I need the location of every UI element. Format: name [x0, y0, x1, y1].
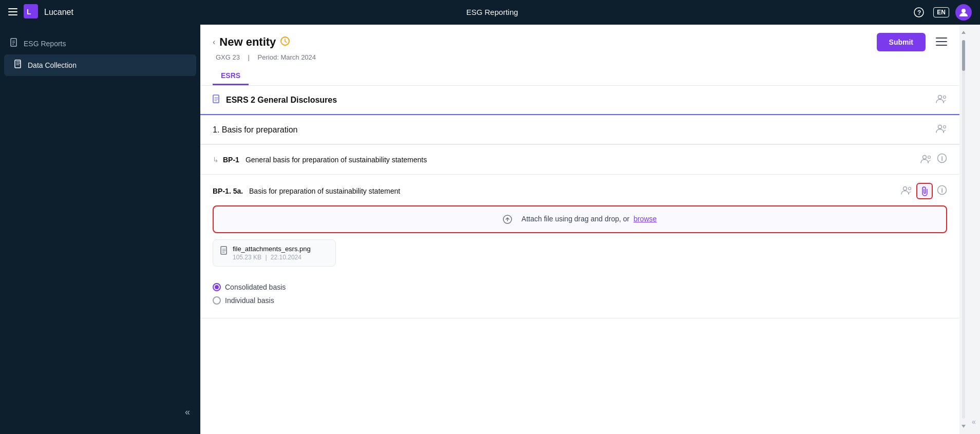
svg-rect-16 [936, 45, 947, 46]
tabs-container: ESRS [213, 67, 947, 85]
language-selector[interactable]: EN [933, 7, 949, 17]
back-button[interactable]: ‹ [213, 37, 215, 47]
basis-prep-label: 1. Basis for preparation [213, 125, 297, 135]
logo-text: Lucanet [44, 8, 73, 17]
bp1-5a-info-icon[interactable]: i [937, 185, 947, 198]
svg-point-21 [944, 126, 946, 128]
browse-link[interactable]: browse [633, 215, 656, 223]
logo-icon: L [24, 4, 38, 21]
bp1-label: General basis for preparation of sustain… [246, 156, 427, 164]
scrollbar-track[interactable] [962, 40, 965, 419]
radio-group: Consolidated basis Individual basis [200, 283, 959, 318]
svg-rect-15 [936, 41, 947, 42]
hamburger-menu-icon[interactable] [8, 7, 17, 18]
svg-text:L: L [27, 8, 31, 16]
bp1-info-icon[interactable]: i [937, 153, 947, 166]
basis-prep-person-icon[interactable] [936, 124, 947, 136]
main-layout: ESG Reports Data Collection « ‹ New [0, 25, 980, 434]
bp1-5a-id: BP-1. 5a. [213, 187, 243, 195]
sidebar: ESG Reports Data Collection « [0, 25, 200, 434]
scrollbar [959, 25, 968, 434]
svg-rect-0 [8, 8, 17, 9]
app-title: ESG Reporting [466, 8, 518, 16]
file-meta: 105.23 KB | 22.10.2024 [233, 254, 311, 261]
svg-text:?: ? [917, 9, 921, 16]
svg-text:i: i [941, 187, 943, 194]
svg-point-19 [944, 96, 946, 99]
help-button[interactable]: ? [911, 4, 927, 21]
section-title: ESRS 2 General Disclosures [226, 96, 337, 105]
entity-title: New entity [219, 35, 276, 49]
sidebar-item-esg-reports-label: ESG Reports [24, 40, 66, 48]
data-collection-icon [14, 60, 23, 71]
svg-rect-12 [15, 60, 21, 68]
radio-individual[interactable]: Individual basis [213, 296, 947, 305]
status-timer-icon [280, 36, 290, 49]
content-header: ‹ New entity Submit [200, 25, 959, 86]
entity-period: Period: March 2024 [258, 53, 316, 61]
content-scroll[interactable]: ESRS 2 General Disclosures [200, 86, 959, 434]
bp1-5a-section: BP-1. 5a. Basis for preparation of susta… [200, 175, 959, 283]
sidebar-collapse-button[interactable]: « [0, 399, 200, 426]
upload-icon [503, 215, 517, 223]
sidebar-item-data-collection-label: Data Collection [28, 61, 77, 69]
esg-reports-icon [10, 38, 18, 49]
svg-rect-14 [936, 37, 947, 39]
tab-esrs[interactable]: ESRS [213, 67, 249, 85]
entity-org: GXG 23 [216, 53, 240, 61]
file-name: file_attachments_esrs.png [233, 245, 311, 253]
sidebar-item-esg-reports[interactable]: ESG Reports [0, 33, 200, 54]
svg-point-27 [909, 187, 911, 190]
radio-consolidated[interactable]: Consolidated basis [213, 283, 947, 291]
svg-text:i: i [941, 155, 943, 162]
file-attachment-item: file_attachments_esrs.png 105.23 KB | 22… [213, 239, 336, 267]
user-avatar[interactable] [955, 4, 972, 21]
right-collapse-button[interactable]: « [968, 25, 980, 434]
submit-button[interactable]: Submit [877, 33, 926, 51]
svg-point-23 [928, 156, 931, 158]
radio-individual-label: Individual basis [225, 296, 274, 305]
svg-point-18 [938, 96, 942, 99]
svg-rect-2 [8, 14, 17, 15]
bp1-5a-label: Basis for preparation of sustainability … [249, 187, 400, 195]
attachment-icon-button[interactable] [916, 183, 933, 199]
drop-zone-text: Attach file using drag and drop, or [521, 215, 629, 223]
radio-consolidated-label: Consolidated basis [225, 283, 286, 291]
esrs2-section: ESRS 2 General Disclosures [200, 86, 959, 116]
bp1-5a-person-icon[interactable] [901, 185, 912, 197]
bp1-id: BP-1 [223, 156, 239, 164]
content-area: ‹ New entity Submit [200, 25, 959, 434]
radio-individual-circle[interactable] [213, 296, 221, 305]
bp1-arrow-icon: ↳ [213, 156, 219, 164]
svg-point-20 [938, 125, 942, 129]
section-person-icon[interactable] [936, 94, 947, 106]
svg-rect-1 [8, 11, 17, 12]
file-item-icon [220, 246, 229, 257]
radio-consolidated-circle[interactable] [213, 283, 221, 291]
bp1-person-icon[interactable] [920, 154, 932, 165]
svg-point-7 [962, 9, 966, 13]
meta-separator: | [248, 53, 250, 61]
file-drop-zone[interactable]: Attach file using drag and drop, or brow… [213, 205, 947, 233]
scrollbar-up-button[interactable] [959, 27, 968, 38]
top-navigation: L Lucanet ESG Reporting ? EN [0, 0, 980, 25]
sidebar-item-data-collection[interactable]: Data Collection [4, 54, 196, 76]
scrollbar-down-button[interactable] [959, 421, 968, 432]
svg-point-26 [903, 187, 907, 191]
scrollbar-thumb[interactable] [962, 40, 965, 71]
svg-point-22 [923, 155, 927, 159]
header-meta: GXG 23 | Period: March 2024 [213, 53, 947, 61]
section-doc-icon [213, 95, 221, 106]
more-menu-icon[interactable] [936, 36, 947, 48]
bp1-subsection: ↳ BP-1 General basis for preparation of … [200, 145, 959, 175]
basis-prep-section: 1. Basis for preparation [200, 116, 959, 318]
